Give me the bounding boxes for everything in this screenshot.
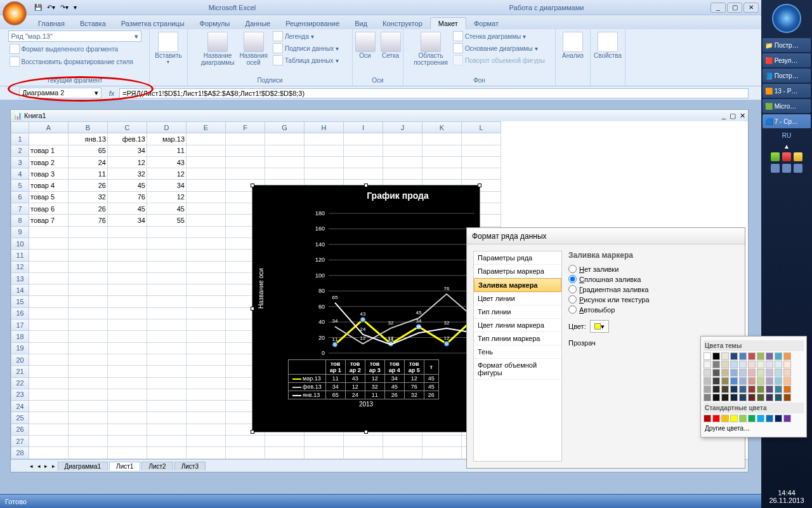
tab-Формат[interactable]: Формат: [466, 18, 506, 29]
color-swatch[interactable]: [704, 394, 711, 401]
chart-floor-button[interactable]: Основание диаграммы ▾: [452, 43, 546, 54]
reset-style-button[interactable]: Восстановить форматирование стиля: [8, 56, 134, 67]
plot-area-button[interactable]: Область построения: [412, 30, 449, 67]
axis-titles-button[interactable]: Названия осей: [238, 30, 269, 67]
color-swatch[interactable]: [712, 394, 720, 401]
format-option[interactable]: Заливка маркера: [474, 278, 561, 292]
tray-icon[interactable]: [771, 152, 780, 161]
data-table-button[interactable]: Таблица данных ▾: [272, 55, 340, 66]
color-swatch[interactable]: [783, 394, 791, 401]
color-swatch[interactable]: [783, 369, 791, 377]
taskbar-item[interactable]: 📁 Постр…: [763, 38, 811, 52]
format-option[interactable]: Тип линии маркера: [474, 332, 561, 345]
color-swatch[interactable]: [783, 377, 791, 385]
color-swatch[interactable]: [748, 377, 756, 385]
taskbar-item[interactable]: 🟥 Резул…: [763, 53, 811, 67]
tab-Разметка страницы[interactable]: Разметка страницы: [114, 18, 192, 29]
color-picker-button[interactable]: ▾: [590, 320, 609, 333]
color-swatch[interactable]: [766, 361, 773, 368]
color-swatch[interactable]: [748, 361, 756, 368]
close-button[interactable]: ✕: [743, 3, 759, 13]
axes-button[interactable]: Оси: [354, 30, 377, 60]
format-option[interactable]: Формат объемной фигуры: [474, 359, 561, 380]
color-swatch[interactable]: [748, 352, 756, 360]
tray-icon[interactable]: [771, 164, 780, 173]
tray-icon[interactable]: [794, 152, 802, 161]
fill-radio[interactable]: Градиентная заливка: [568, 285, 738, 293]
color-swatch[interactable]: [775, 415, 782, 422]
wb-maximize-button[interactable]: ▢: [730, 112, 736, 120]
color-swatch[interactable]: [712, 385, 720, 393]
format-option[interactable]: Параметры ряда: [474, 251, 561, 265]
qat-customize-icon[interactable]: ▾: [72, 3, 78, 11]
qat-undo-icon[interactable]: ↶▾: [46, 3, 56, 11]
color-swatch[interactable]: [775, 385, 782, 393]
color-swatch[interactable]: [712, 361, 720, 368]
taskbar-item[interactable]: 🟩 Micro…: [763, 99, 811, 113]
color-swatch[interactable]: [704, 377, 711, 385]
sheet-tab[interactable]: Диаграмма1: [58, 462, 108, 471]
color-swatch[interactable]: [730, 377, 738, 385]
x-axis-label[interactable]: 2013: [252, 399, 480, 408]
color-swatch[interactable]: [748, 369, 756, 377]
tab-Данные[interactable]: Данные: [237, 18, 278, 29]
color-swatch[interactable]: [766, 369, 773, 377]
taskbar-item[interactable]: 🟧 13 - Р…: [763, 84, 811, 98]
sheet-tab[interactable]: Лист2: [141, 462, 173, 471]
color-swatch[interactable]: [739, 361, 747, 368]
gridlines-button[interactable]: Сетка: [379, 30, 402, 60]
color-swatch[interactable]: [739, 385, 747, 393]
chart-data-table[interactable]: тов ар 1тов ар 2тов ар 3тов ар 4тов ар 5…: [288, 359, 439, 399]
tab-Вставка[interactable]: Вставка: [72, 18, 114, 29]
color-swatch[interactable]: [704, 385, 711, 393]
color-swatch[interactable]: [783, 352, 791, 360]
color-swatch[interactable]: [721, 415, 729, 422]
color-swatch[interactable]: [730, 352, 738, 360]
data-labels-button[interactable]: Подписи данных ▾: [272, 43, 340, 54]
chart-title-button[interactable]: Название диаграммы: [200, 30, 236, 67]
color-swatch[interactable]: [748, 394, 756, 401]
color-swatch[interactable]: [739, 394, 747, 401]
color-swatch[interactable]: [783, 415, 791, 422]
chart-element-selector[interactable]: Ряд "мар.13"▾: [8, 30, 141, 42]
color-swatch[interactable]: [757, 361, 764, 368]
format-option[interactable]: Тип линии: [474, 305, 561, 319]
tab-Формулы[interactable]: Формулы: [192, 18, 238, 29]
taskbar-item[interactable]: 🟦 7 - Ср…: [763, 114, 811, 128]
chart-wall-button[interactable]: Стенка диаграммы ▾: [452, 30, 546, 42]
legend-button[interactable]: Легенда ▾: [272, 30, 340, 42]
color-swatch[interactable]: [721, 369, 729, 377]
color-swatch[interactable]: [704, 369, 711, 377]
color-swatch[interactable]: [775, 352, 782, 360]
formula-input[interactable]: =РЯД(Лист1!$D$1;Лист1!$A$2:$A$8;Лист1!$D…: [119, 88, 749, 98]
color-swatch[interactable]: [766, 394, 773, 401]
color-swatch[interactable]: [739, 352, 747, 360]
clock[interactable]: 14:4426.11.2013: [761, 485, 812, 508]
rotate-3d-button[interactable]: Поворот объемной фигуры: [452, 55, 546, 66]
minimize-button[interactable]: _: [710, 3, 726, 13]
format-option[interactable]: Цвет линии маркера: [474, 319, 561, 332]
color-swatch[interactable]: [775, 377, 782, 385]
embedded-chart[interactable]: График прода Название оси 02040608010012…: [252, 185, 480, 432]
tray-icon[interactable]: [782, 152, 791, 161]
fill-radio[interactable]: Нет заливки: [568, 265, 738, 273]
color-swatch[interactable]: [766, 385, 773, 393]
fill-radio[interactable]: Сплошная заливка: [568, 275, 738, 283]
color-swatch[interactable]: [730, 415, 738, 422]
tray-up-icon[interactable]: ▲: [783, 143, 790, 150]
color-swatch[interactable]: [766, 377, 773, 385]
color-swatch[interactable]: [783, 361, 791, 368]
color-swatch[interactable]: [712, 352, 720, 360]
analysis-button[interactable]: Анализ: [561, 30, 585, 60]
color-swatch[interactable]: [730, 394, 738, 401]
color-swatch[interactable]: [775, 361, 782, 368]
format-option[interactable]: Параметры маркера: [474, 265, 561, 278]
color-swatch[interactable]: [704, 415, 711, 422]
taskbar-item[interactable]: 📘 Постр…: [763, 69, 811, 83]
color-swatch[interactable]: [712, 369, 720, 377]
tab-Главная[interactable]: Главная: [30, 18, 72, 29]
y-axis-label[interactable]: Название оси: [258, 268, 265, 309]
color-swatch[interactable]: [775, 394, 782, 401]
office-button[interactable]: [3, 1, 27, 25]
more-colors[interactable]: Другие цвета…: [704, 422, 804, 434]
